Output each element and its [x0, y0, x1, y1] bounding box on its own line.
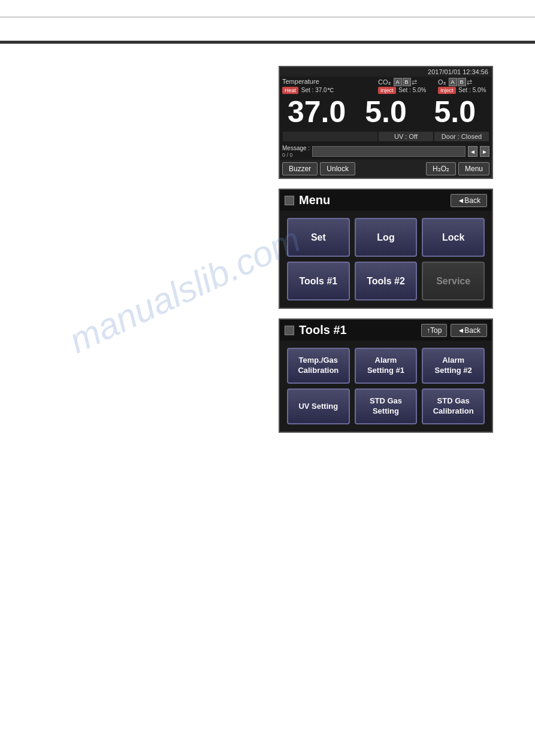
display-labels-row: Temperature CO₂ A B ⇄ O₂ A B ⇄ — [280, 77, 492, 86]
menu-grid: Set Log Lock Tools #1 Tools #2 Service — [280, 211, 492, 308]
watermark: manualslib.com — [63, 218, 307, 362]
main-display-panel: 2017/01/01 12:34:56 Temperature CO₂ A B … — [279, 66, 493, 179]
tools-title: Tools #1 — [285, 323, 347, 337]
message-row: Message : 0 / 0 ◄ ► — [280, 143, 492, 160]
temp-value: 37.0 — [282, 95, 351, 130]
temp-gas-calibration-button[interactable]: Temp./Gas Calibration — [287, 348, 350, 384]
display-status-row: Heat Set : 37.0℃ Inject Set : 5.0% Injec… — [280, 86, 492, 95]
o2-label: O₂ — [438, 78, 446, 86]
menu-back-button[interactable]: ◄Back — [451, 194, 487, 207]
o2-a-btn[interactable]: A — [449, 78, 457, 86]
uv-setting-button[interactable]: UV Setting — [287, 388, 350, 424]
inject-area: Inject Set : 5.0% — [378, 87, 438, 94]
co2-arrow-icon: ⇄ — [412, 78, 417, 86]
inject-o2-tag: Inject — [438, 87, 456, 94]
tools-nav-buttons: ↑Top ◄Back — [421, 324, 487, 337]
temp-label: Temperature — [282, 78, 378, 86]
co2-b-btn[interactable]: B — [403, 78, 411, 86]
unlock-button[interactable]: Unlock — [320, 162, 355, 175]
message-count: 0 / 0 — [282, 152, 293, 158]
o2-inject-area: Inject Set : 5.0% — [438, 87, 497, 94]
message-label: Message : 0 / 0 — [282, 145, 310, 158]
top-line-thick — [0, 41, 535, 44]
set-button[interactable]: Set — [287, 218, 350, 257]
service-button[interactable]: Service — [422, 262, 485, 300]
tools-top-button[interactable]: ↑Top — [421, 324, 447, 337]
temp-set-text: Set : 37.0℃ — [301, 87, 334, 93]
co2-label: CO₂ — [378, 78, 391, 86]
inject-co2-tag: Inject — [378, 87, 396, 94]
display-header: 2017/01/01 12:34:56 — [280, 67, 492, 77]
co2-set-text: Set : 5.0% — [398, 87, 426, 93]
datetime-label: 2017/01/01 12:34:56 — [428, 68, 488, 75]
o2-header: O₂ A B ⇄ — [438, 78, 497, 86]
h2o2-button[interactable]: H₂O₂ — [426, 162, 456, 175]
door-status: Door : Closed — [434, 132, 489, 141]
tools-panel-header: Tools #1 ↑Top ◄Back — [280, 320, 492, 341]
menu-title-square — [285, 196, 294, 205]
std-gas-calibration-button[interactable]: STD Gas Calibration — [422, 388, 485, 424]
menu-button[interactable]: Menu — [458, 162, 489, 175]
co2-value: 5.0 — [351, 95, 420, 130]
co2-ab-box: A B ⇄ — [394, 78, 417, 86]
lock-button[interactable]: Lock — [422, 218, 485, 257]
tools-back-button[interactable]: ◄Back — [451, 324, 487, 337]
log-button[interactable]: Log — [355, 218, 418, 257]
alarm-setting2-button[interactable]: Alarm Setting #2 — [422, 348, 485, 384]
tools-grid: Temp./Gas Calibration Alarm Setting #1 A… — [280, 341, 492, 432]
buzzer-button[interactable]: Buzzer — [282, 162, 318, 175]
o2-set-text: Set : 5.0% — [458, 87, 486, 93]
alarm-setting1-button[interactable]: Alarm Setting #1 — [355, 348, 418, 384]
tools-title-square — [285, 326, 294, 335]
display-numbers-row: 37.0 5.0 5.0 — [280, 95, 492, 130]
bottom-buttons-row: Buzzer Unlock H₂O₂ Menu — [280, 160, 492, 178]
uv-status: UV : Off — [379, 132, 433, 141]
message-input-field — [312, 146, 466, 157]
uv-door-row: UV : Off Door : Closed — [280, 130, 492, 143]
heat-area: Heat Set : 37.0℃ — [282, 87, 378, 94]
menu-panel-header: Menu ◄Back — [280, 190, 492, 211]
std-gas-setting-button[interactable]: STD Gas Setting — [355, 388, 418, 424]
o2-arrow-icon: ⇄ — [467, 78, 472, 86]
o2-b-btn[interactable]: B — [458, 78, 466, 86]
menu-title: Menu — [285, 193, 330, 207]
top-line-thin — [0, 17, 535, 17]
panels-container: 2017/01/01 12:34:56 Temperature CO₂ A B … — [279, 66, 493, 433]
menu-panel: Menu ◄Back Set Log Lock Tools #1 Tools #… — [279, 189, 493, 309]
co2-header: CO₂ A B ⇄ — [378, 78, 438, 86]
co2-a-btn[interactable]: A — [394, 78, 402, 86]
o2-value: 5.0 — [421, 95, 489, 130]
tools-panel: Tools #1 ↑Top ◄Back Temp./Gas Calibratio… — [279, 318, 493, 433]
msg-next-btn[interactable]: ► — [480, 146, 489, 157]
o2-ab-box: A B ⇄ — [449, 78, 472, 86]
tools1-button[interactable]: Tools #1 — [287, 262, 350, 300]
msg-prev-btn[interactable]: ◄ — [468, 146, 477, 157]
uv-door-empty-cell — [283, 132, 377, 141]
tools2-button[interactable]: Tools #2 — [355, 262, 418, 300]
heat-tag: Heat — [282, 87, 298, 94]
